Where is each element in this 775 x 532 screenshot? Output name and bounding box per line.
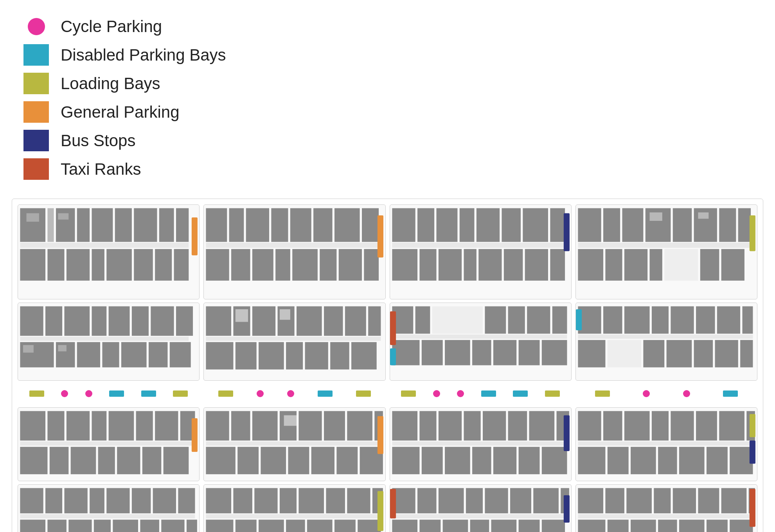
svg-rect-279 bbox=[631, 519, 656, 532]
svg-rect-38 bbox=[58, 345, 67, 351]
svg-rect-254 bbox=[671, 411, 694, 441]
map-svg-3-2 bbox=[390, 303, 571, 379]
svg-rect-74 bbox=[280, 309, 290, 320]
ind-bar-loading-3a bbox=[401, 390, 416, 397]
svg-rect-271 bbox=[654, 488, 671, 514]
svg-rect-62 bbox=[324, 306, 343, 336]
svg-rect-172 bbox=[20, 519, 45, 532]
svg-rect-7 bbox=[159, 208, 174, 242]
svg-rect-44 bbox=[313, 208, 332, 242]
svg-rect-75 bbox=[392, 208, 415, 242]
svg-rect-37 bbox=[23, 345, 34, 353]
map-panel-4-2 bbox=[575, 303, 757, 381]
legend-symbol-loading-bays bbox=[23, 73, 49, 94]
disabled-parking-icon bbox=[23, 44, 49, 66]
svg-rect-144 bbox=[740, 340, 753, 367]
svg-rect-2 bbox=[56, 208, 75, 242]
svg-rect-149 bbox=[92, 411, 107, 441]
legend-item-cycle-parking: Cycle Parking bbox=[23, 16, 752, 37]
legend-item-general-parking: General Parking bbox=[23, 101, 752, 123]
bottom-panel-1-2 bbox=[18, 484, 200, 532]
svg-rect-163 bbox=[20, 488, 43, 514]
svg-rect-180 bbox=[206, 411, 229, 441]
svg-rect-106 bbox=[518, 340, 539, 365]
bottom-panel-2-1 bbox=[203, 407, 385, 481]
map-svg-2-2 bbox=[204, 303, 385, 379]
map-col-3 bbox=[390, 204, 572, 403]
svg-rect-213 bbox=[358, 519, 381, 532]
svg-rect-22 bbox=[45, 306, 62, 336]
bottom-svg-3-1 bbox=[390, 408, 571, 479]
svg-rect-122 bbox=[605, 249, 622, 281]
svg-rect-64 bbox=[368, 306, 381, 336]
svg-rect-204 bbox=[347, 488, 370, 514]
svg-rect-101 bbox=[392, 340, 419, 365]
svg-rect-173 bbox=[47, 519, 66, 532]
svg-rect-259 bbox=[578, 447, 605, 474]
map-grid bbox=[18, 204, 757, 403]
svg-rect-104 bbox=[472, 340, 491, 365]
svg-rect-67 bbox=[236, 342, 257, 369]
svg-rect-119 bbox=[698, 212, 708, 219]
svg-rect-39 bbox=[206, 208, 227, 242]
svg-rect-21 bbox=[20, 306, 43, 336]
svg-rect-159 bbox=[117, 447, 140, 474]
svg-rect-99 bbox=[552, 306, 567, 334]
svg-rect-90 bbox=[525, 249, 548, 281]
svg-rect-253 bbox=[652, 411, 669, 441]
svg-rect-164 bbox=[45, 488, 62, 514]
svg-rect-217 bbox=[438, 411, 461, 441]
svg-rect-147 bbox=[47, 411, 64, 441]
map-panel-2-2 bbox=[203, 303, 385, 381]
svg-rect-112 bbox=[622, 208, 643, 242]
svg-rect-272 bbox=[673, 488, 696, 514]
svg-rect-177 bbox=[140, 519, 159, 532]
svg-rect-240 bbox=[392, 514, 569, 518]
svg-rect-278 bbox=[608, 519, 629, 532]
svg-rect-20 bbox=[192, 217, 198, 255]
svg-rect-6 bbox=[134, 208, 157, 242]
svg-rect-117 bbox=[738, 208, 751, 242]
bottom-svg-2-1 bbox=[204, 408, 385, 479]
svg-rect-166 bbox=[90, 488, 104, 514]
indicator-row-4 bbox=[575, 384, 757, 403]
map-col-1 bbox=[18, 204, 200, 403]
svg-rect-168 bbox=[132, 488, 151, 514]
bottom-svg-1-1 bbox=[18, 408, 199, 479]
svg-rect-256 bbox=[719, 411, 744, 441]
svg-rect-155 bbox=[20, 447, 47, 474]
svg-rect-269 bbox=[605, 488, 624, 514]
svg-rect-24 bbox=[92, 306, 107, 336]
svg-rect-267 bbox=[750, 441, 755, 464]
svg-rect-51 bbox=[275, 249, 290, 281]
svg-rect-1 bbox=[47, 208, 54, 242]
map-panel-1-2 bbox=[18, 303, 200, 381]
bottom-svg-1-2 bbox=[18, 485, 199, 532]
svg-rect-281 bbox=[679, 519, 705, 532]
svg-rect-121 bbox=[578, 249, 603, 281]
bottom-col-4 bbox=[575, 407, 757, 532]
svg-rect-283 bbox=[730, 519, 753, 532]
svg-rect-16 bbox=[155, 249, 172, 281]
svg-rect-265 bbox=[730, 447, 753, 474]
map-container bbox=[12, 199, 763, 532]
svg-rect-33 bbox=[102, 342, 119, 367]
svg-rect-236 bbox=[485, 488, 508, 514]
svg-rect-142 bbox=[694, 340, 712, 367]
map-svg-4-1 bbox=[576, 205, 757, 297]
svg-rect-274 bbox=[721, 488, 746, 514]
svg-rect-137 bbox=[578, 335, 753, 339]
svg-rect-228 bbox=[493, 447, 516, 474]
map-col-4 bbox=[575, 204, 757, 403]
svg-rect-152 bbox=[155, 411, 178, 441]
map-panel-3-1 bbox=[390, 204, 572, 299]
legend-item-loading-bays: Loading Bays bbox=[23, 73, 752, 94]
bottom-panel-3-2 bbox=[390, 484, 572, 532]
svg-rect-186 bbox=[347, 411, 373, 441]
legend: Cycle Parking Disabled Parking Bays Load… bbox=[0, 0, 775, 199]
svg-rect-12 bbox=[67, 249, 90, 281]
ind-dot-cycle-1b bbox=[85, 390, 92, 397]
map-panel-1-1 bbox=[18, 204, 200, 299]
svg-rect-114 bbox=[673, 208, 692, 242]
legend-label-disabled-parking: Disabled Parking Bays bbox=[61, 46, 226, 64]
